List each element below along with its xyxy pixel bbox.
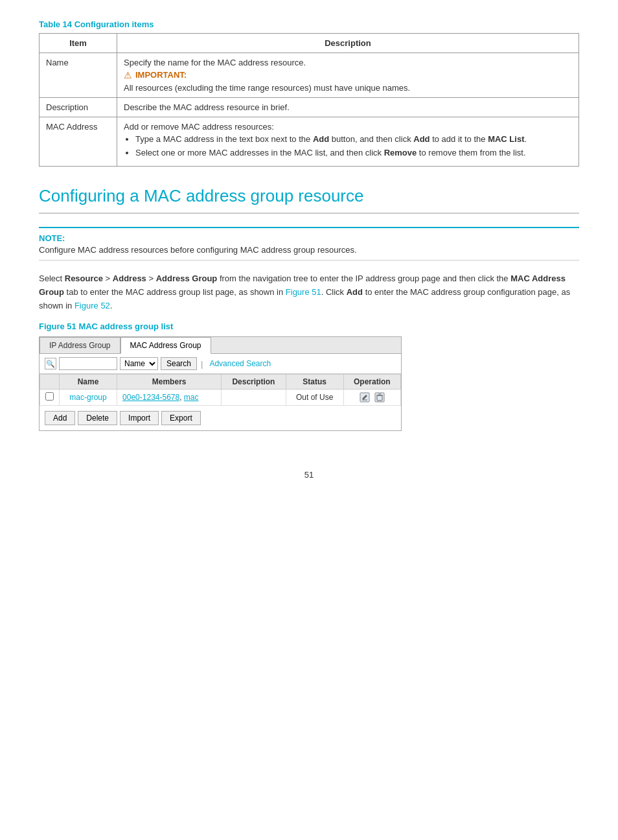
table-row: mac-group 00e0-1234-5678, mac Out of Use xyxy=(40,390,401,406)
figure52-link[interactable]: Figure 52 xyxy=(74,301,110,310)
section-heading: Configuring a MAC address group resource xyxy=(39,186,579,214)
figure-label: Figure 51 MAC address group list xyxy=(39,321,579,331)
search-bar: 🔍 Name Search | Advanced Search xyxy=(40,354,401,374)
col-description: Description xyxy=(222,375,286,390)
row-checkbox-cell xyxy=(40,390,60,406)
data-table: Name Members Description Status Operatio… xyxy=(40,374,401,406)
search-dropdown[interactable]: Name xyxy=(120,357,158,370)
config-table: Item Description Name Specify the name f… xyxy=(39,33,579,167)
search-input[interactable] xyxy=(59,357,117,370)
import-button[interactable]: Import xyxy=(120,411,159,425)
col-checkbox xyxy=(40,375,60,390)
delete-button[interactable]: Delete xyxy=(78,411,117,425)
col-item: Item xyxy=(40,34,117,53)
table-title: Table 14 Configuration items xyxy=(39,19,579,29)
tab-bar: IP Address Group MAC Address Group xyxy=(40,337,401,354)
row-operation-cell xyxy=(343,390,400,406)
col-description: Description xyxy=(117,34,579,53)
delete-icon[interactable] xyxy=(374,392,385,402)
bullet-remove: Select one or more MAC addresses in the … xyxy=(135,148,572,158)
tab-ip-address-group[interactable]: IP Address Group xyxy=(40,337,120,353)
search-icon: 🔍 xyxy=(45,358,56,369)
row-desc-mac: Add or remove MAC address resources: Typ… xyxy=(117,117,579,167)
row-description-cell xyxy=(222,390,286,406)
separator: | xyxy=(201,359,203,369)
button-bar: Add Delete Import Export xyxy=(40,406,401,430)
important-desc: All resources (excluding the time range … xyxy=(124,83,572,93)
row-status-cell: Out of Use xyxy=(286,390,343,406)
table-row-mac: MAC Address Add or remove MAC address re… xyxy=(40,117,579,167)
important-icon: ⚠ xyxy=(124,70,132,80)
row-desc-name: Specify the name for the MAC address res… xyxy=(117,53,579,98)
advanced-search-link[interactable]: Advanced Search xyxy=(209,359,271,368)
row-item-mac: MAC Address xyxy=(40,117,117,167)
row-item-description: Description xyxy=(40,98,117,117)
page-number: 51 xyxy=(39,470,579,480)
note-box: NOTE: Configure MAC address resources be… xyxy=(39,227,579,261)
col-operation: Operation xyxy=(343,375,400,390)
row-checkbox[interactable] xyxy=(45,392,54,401)
row-name-cell: mac-group xyxy=(60,390,117,406)
note-text: Configure MAC address resources before c… xyxy=(39,245,579,255)
body-paragraph: Select Resource > Address > Address Grou… xyxy=(39,272,579,312)
table-row-name: Name Specify the name for the MAC addres… xyxy=(40,53,579,98)
row-desc-description: Describe the MAC address resource in bri… xyxy=(117,98,579,117)
row-item-name: Name xyxy=(40,53,117,98)
export-button[interactable]: Export xyxy=(161,411,201,425)
row-members-cell: 00e0-1234-5678, mac xyxy=(117,390,222,406)
search-button[interactable]: Search xyxy=(161,357,197,370)
note-label: NOTE: xyxy=(39,233,579,243)
member-link-1[interactable]: 00e0-1234-5678 xyxy=(122,393,179,402)
edit-icon[interactable] xyxy=(360,392,370,402)
ui-screenshot: IP Address Group MAC Address Group 🔍 Nam… xyxy=(39,336,402,431)
important-label: IMPORTANT: xyxy=(135,70,187,80)
bullet-add: Type a MAC address in the text box next … xyxy=(135,134,572,144)
add-button[interactable]: Add xyxy=(45,411,75,425)
col-name: Name xyxy=(60,375,117,390)
col-members: Members xyxy=(117,375,222,390)
figure51-link[interactable]: Figure 51 xyxy=(286,287,321,297)
member-link-2[interactable]: mac xyxy=(184,393,199,402)
table-row-description: Description Describe the MAC address res… xyxy=(40,98,579,117)
col-status: Status xyxy=(286,375,343,390)
tab-mac-address-group[interactable]: MAC Address Group xyxy=(120,337,211,354)
